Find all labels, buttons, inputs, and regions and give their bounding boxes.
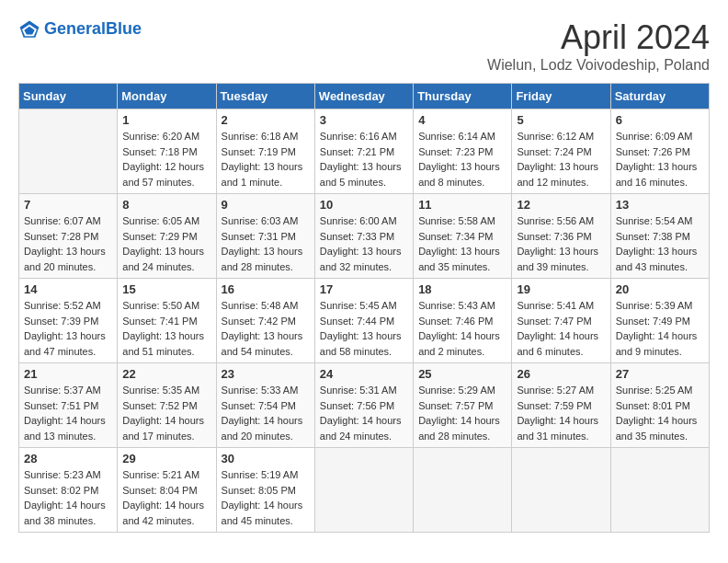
day-number: 22 bbox=[122, 367, 210, 381]
sun-info: Sunrise: 5:48 AMSunset: 7:42 PMDaylight:… bbox=[222, 298, 310, 359]
calendar-cell bbox=[610, 448, 709, 533]
calendar-week-row: 1Sunrise: 6:20 AMSunset: 7:18 PMDaylight… bbox=[19, 109, 710, 194]
title-area: April 2024 Wielun, Lodz Voivodeship, Pol… bbox=[487, 18, 710, 74]
calendar-cell: 11Sunrise: 5:58 AMSunset: 7:34 PMDayligh… bbox=[414, 194, 512, 279]
day-number: 6 bbox=[616, 113, 704, 127]
calendar-cell: 12Sunrise: 5:56 AMSunset: 7:36 PMDayligh… bbox=[512, 194, 610, 279]
calendar-cell: 26Sunrise: 5:27 AMSunset: 7:59 PMDayligh… bbox=[512, 363, 610, 448]
day-number: 14 bbox=[24, 282, 112, 296]
sun-info: Sunrise: 5:37 AMSunset: 7:51 PMDaylight:… bbox=[24, 383, 112, 443]
col-saturday: Saturday bbox=[610, 84, 709, 109]
day-number: 29 bbox=[122, 452, 210, 465]
col-tuesday: Tuesday bbox=[216, 84, 314, 109]
sun-info: Sunrise: 6:18 AMSunset: 7:19 PMDaylight:… bbox=[222, 129, 310, 190]
calendar-cell: 24Sunrise: 5:31 AMSunset: 7:56 PMDayligh… bbox=[314, 363, 413, 448]
day-number: 20 bbox=[616, 282, 704, 296]
calendar-cell: 18Sunrise: 5:43 AMSunset: 7:46 PMDayligh… bbox=[414, 279, 512, 363]
calendar-table: Sunday Monday Tuesday Wednesday Thursday… bbox=[18, 83, 710, 533]
sun-info: Sunrise: 5:25 AMSunset: 8:01 PMDaylight:… bbox=[616, 383, 704, 443]
calendar-week-row: 14Sunrise: 5:52 AMSunset: 7:39 PMDayligh… bbox=[19, 279, 710, 363]
sun-info: Sunrise: 5:43 AMSunset: 7:46 PMDaylight:… bbox=[418, 298, 506, 359]
calendar-cell: 30Sunrise: 5:19 AMSunset: 8:05 PMDayligh… bbox=[216, 448, 314, 533]
col-thursday: Thursday bbox=[414, 84, 512, 109]
day-number: 5 bbox=[517, 113, 605, 127]
day-number: 21 bbox=[24, 367, 112, 381]
day-number: 3 bbox=[320, 113, 408, 127]
sun-info: Sunrise: 6:20 AMSunset: 7:18 PMDaylight:… bbox=[122, 129, 210, 190]
calendar-cell bbox=[314, 448, 413, 533]
day-number: 27 bbox=[616, 367, 704, 381]
sun-info: Sunrise: 5:39 AMSunset: 7:49 PMDaylight:… bbox=[616, 298, 704, 359]
day-number: 30 bbox=[222, 452, 310, 465]
day-number: 18 bbox=[418, 282, 506, 296]
sun-info: Sunrise: 6:12 AMSunset: 7:24 PMDaylight:… bbox=[517, 129, 605, 190]
calendar-cell: 25Sunrise: 5:29 AMSunset: 7:57 PMDayligh… bbox=[414, 363, 512, 448]
calendar-cell: 5Sunrise: 6:12 AMSunset: 7:24 PMDaylight… bbox=[512, 109, 610, 194]
day-number: 23 bbox=[222, 367, 310, 381]
day-number: 16 bbox=[222, 282, 310, 296]
calendar-cell: 10Sunrise: 6:00 AMSunset: 7:33 PMDayligh… bbox=[314, 194, 413, 279]
sun-info: Sunrise: 5:31 AMSunset: 7:56 PMDaylight:… bbox=[320, 383, 408, 443]
calendar-cell: 7Sunrise: 6:07 AMSunset: 7:28 PMDaylight… bbox=[19, 194, 118, 279]
calendar-week-row: 7Sunrise: 6:07 AMSunset: 7:28 PMDaylight… bbox=[19, 194, 710, 279]
col-wednesday: Wednesday bbox=[314, 84, 413, 109]
calendar-week-row: 21Sunrise: 5:37 AMSunset: 7:51 PMDayligh… bbox=[19, 363, 710, 448]
day-number: 28 bbox=[24, 452, 112, 465]
calendar-cell: 6Sunrise: 6:09 AMSunset: 7:26 PMDaylight… bbox=[610, 109, 709, 194]
sun-info: Sunrise: 5:27 AMSunset: 7:59 PMDaylight:… bbox=[517, 383, 605, 443]
sun-info: Sunrise: 5:50 AMSunset: 7:41 PMDaylight:… bbox=[122, 298, 210, 359]
header-row: Sunday Monday Tuesday Wednesday Thursday… bbox=[19, 84, 710, 109]
sun-info: Sunrise: 5:52 AMSunset: 7:39 PMDaylight:… bbox=[24, 298, 112, 359]
day-number: 13 bbox=[616, 198, 704, 212]
day-number: 11 bbox=[418, 198, 506, 212]
sun-info: Sunrise: 5:56 AMSunset: 7:36 PMDaylight:… bbox=[517, 213, 605, 274]
day-number: 10 bbox=[320, 198, 408, 212]
month-title: April 2024 bbox=[487, 18, 710, 57]
day-number: 8 bbox=[122, 198, 210, 212]
calendar-cell: 20Sunrise: 5:39 AMSunset: 7:49 PMDayligh… bbox=[610, 279, 709, 363]
sun-info: Sunrise: 6:03 AMSunset: 7:31 PMDaylight:… bbox=[222, 213, 310, 274]
page-header: GeneralBlue April 2024 Wielun, Lodz Voiv… bbox=[18, 18, 710, 74]
day-number: 19 bbox=[517, 282, 605, 296]
logo-icon bbox=[18, 18, 40, 40]
logo-text-blue: Blue bbox=[106, 19, 142, 38]
col-friday: Friday bbox=[512, 84, 610, 109]
calendar-cell: 21Sunrise: 5:37 AMSunset: 7:51 PMDayligh… bbox=[19, 363, 118, 448]
calendar-cell: 23Sunrise: 5:33 AMSunset: 7:54 PMDayligh… bbox=[216, 363, 314, 448]
calendar-cell: 9Sunrise: 6:03 AMSunset: 7:31 PMDaylight… bbox=[216, 194, 314, 279]
calendar-cell bbox=[414, 448, 512, 533]
sun-info: Sunrise: 5:29 AMSunset: 7:57 PMDaylight:… bbox=[418, 383, 506, 443]
day-number: 24 bbox=[320, 367, 408, 381]
calendar-cell: 29Sunrise: 5:21 AMSunset: 8:04 PMDayligh… bbox=[118, 448, 216, 533]
logo: GeneralBlue bbox=[18, 18, 142, 40]
sun-info: Sunrise: 5:45 AMSunset: 7:44 PMDaylight:… bbox=[320, 298, 408, 359]
calendar-week-row: 28Sunrise: 5:23 AMSunset: 8:02 PMDayligh… bbox=[19, 448, 710, 533]
calendar-cell: 22Sunrise: 5:35 AMSunset: 7:52 PMDayligh… bbox=[118, 363, 216, 448]
sun-info: Sunrise: 5:54 AMSunset: 7:38 PMDaylight:… bbox=[616, 213, 704, 274]
sun-info: Sunrise: 5:21 AMSunset: 8:04 PMDaylight:… bbox=[122, 467, 210, 528]
day-number: 25 bbox=[418, 367, 506, 381]
calendar-cell: 3Sunrise: 6:16 AMSunset: 7:21 PMDaylight… bbox=[314, 109, 413, 194]
sun-info: Sunrise: 5:23 AMSunset: 8:02 PMDaylight:… bbox=[24, 467, 112, 528]
day-number: 15 bbox=[122, 282, 210, 296]
sun-info: Sunrise: 5:33 AMSunset: 7:54 PMDaylight:… bbox=[222, 383, 310, 443]
sun-info: Sunrise: 6:09 AMSunset: 7:26 PMDaylight:… bbox=[616, 129, 704, 190]
day-number: 1 bbox=[122, 113, 210, 127]
sun-info: Sunrise: 5:58 AMSunset: 7:34 PMDaylight:… bbox=[418, 213, 506, 274]
sun-info: Sunrise: 6:14 AMSunset: 7:23 PMDaylight:… bbox=[418, 129, 506, 190]
calendar-cell bbox=[512, 448, 610, 533]
calendar-cell: 4Sunrise: 6:14 AMSunset: 7:23 PMDaylight… bbox=[414, 109, 512, 194]
day-number: 4 bbox=[418, 113, 506, 127]
calendar-cell: 1Sunrise: 6:20 AMSunset: 7:18 PMDaylight… bbox=[118, 109, 216, 194]
day-number: 2 bbox=[222, 113, 310, 127]
calendar-cell: 14Sunrise: 5:52 AMSunset: 7:39 PMDayligh… bbox=[19, 279, 118, 363]
sun-info: Sunrise: 6:16 AMSunset: 7:21 PMDaylight:… bbox=[320, 129, 408, 190]
day-number: 9 bbox=[222, 198, 310, 212]
sun-info: Sunrise: 5:41 AMSunset: 7:47 PMDaylight:… bbox=[517, 298, 605, 359]
day-number: 26 bbox=[517, 367, 605, 381]
calendar-cell bbox=[19, 109, 118, 194]
col-sunday: Sunday bbox=[19, 84, 118, 109]
calendar-cell: 16Sunrise: 5:48 AMSunset: 7:42 PMDayligh… bbox=[216, 279, 314, 363]
sun-info: Sunrise: 5:35 AMSunset: 7:52 PMDaylight:… bbox=[122, 383, 210, 443]
calendar-cell: 13Sunrise: 5:54 AMSunset: 7:38 PMDayligh… bbox=[610, 194, 709, 279]
